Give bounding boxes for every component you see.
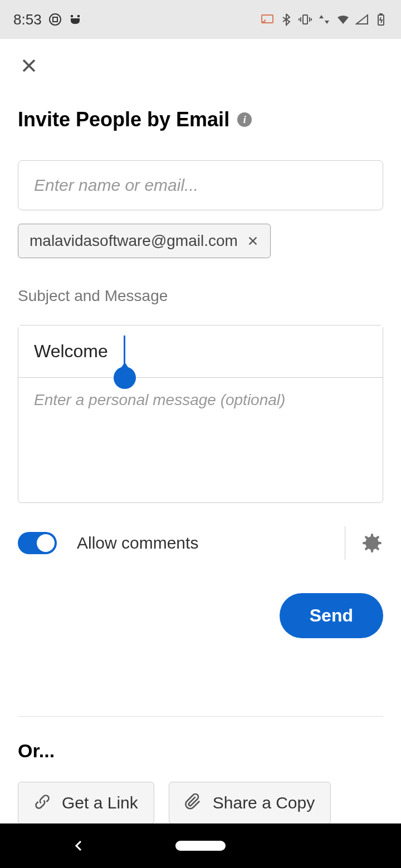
remove-email-icon[interactable] (247, 235, 259, 247)
wifi-icon (336, 13, 350, 26)
battery-icon (374, 13, 388, 26)
bluetooth-icon (280, 13, 293, 26)
app-icon-1 (48, 13, 62, 26)
message-textarea[interactable] (18, 378, 383, 500)
toggle-label: Allow comments (77, 534, 345, 553)
signal-icon (355, 13, 369, 26)
toggle-knob (37, 534, 55, 552)
action-buttons: Get a Link Share a Copy (18, 782, 383, 823)
paperclip-icon (185, 793, 202, 812)
svg-rect-1 (53, 17, 57, 22)
back-button[interactable] (72, 839, 86, 852)
email-chip-text: malavidasoftware@gmail.com (30, 232, 238, 250)
home-pill[interactable] (175, 841, 226, 851)
status-right (261, 13, 388, 26)
message-box (18, 325, 383, 503)
status-bar: 8:53 (0, 0, 401, 39)
status-left: 8:53 (13, 11, 82, 28)
cursor-handle[interactable] (114, 367, 136, 389)
allow-comments-toggle[interactable] (18, 532, 57, 554)
divider-horizontal (18, 716, 383, 717)
page-title: Invite People by Email (18, 108, 229, 131)
navigation-bar (0, 823, 401, 868)
cast-icon (261, 13, 274, 26)
settings-icon[interactable] (361, 532, 383, 554)
section-label: Subject and Message (18, 287, 383, 305)
vibrate-icon (299, 13, 312, 26)
status-time: 8:53 (13, 11, 42, 28)
close-button[interactable] (18, 55, 40, 77)
send-row: Send (18, 593, 383, 638)
toggle-row: Allow comments (18, 526, 383, 560)
svg-rect-3 (303, 15, 307, 24)
data-icon (317, 13, 331, 26)
svg-rect-9 (380, 14, 382, 15)
subject-input[interactable] (18, 326, 383, 378)
app-icon-2 (69, 13, 82, 26)
share-copy-label: Share a Copy (213, 793, 315, 812)
svg-point-0 (50, 14, 61, 25)
send-button[interactable]: Send (280, 593, 383, 638)
email-chip: malavidasoftware@gmail.com (18, 224, 271, 258)
divider-vertical (345, 526, 345, 560)
or-label: Or... (18, 740, 383, 762)
share-copy-button[interactable]: Share a Copy (169, 782, 331, 823)
page-title-row: Invite People by Email i (18, 108, 383, 131)
info-icon[interactable]: i (237, 112, 252, 127)
get-link-label: Get a Link (62, 793, 138, 812)
get-link-button[interactable]: Get a Link (18, 782, 154, 823)
main-content: Invite People by Email i malavidasoftwar… (0, 39, 401, 823)
link-icon (34, 793, 51, 812)
email-input[interactable] (18, 160, 383, 210)
